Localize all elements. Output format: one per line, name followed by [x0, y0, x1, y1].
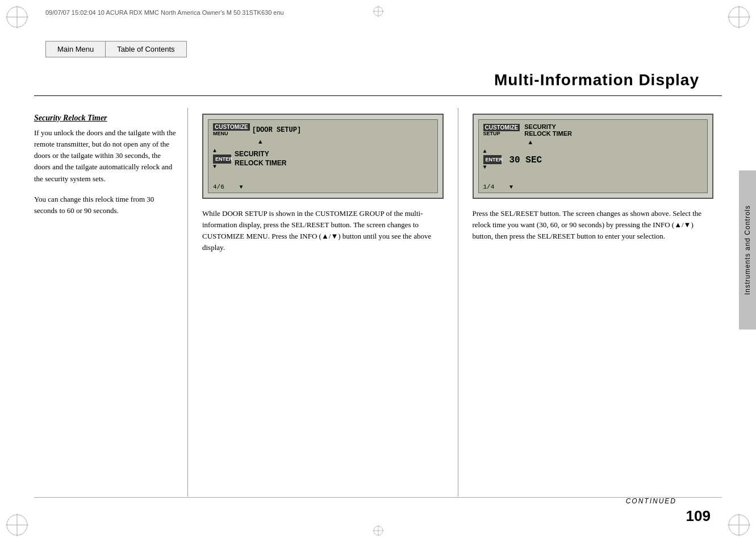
screen1-enter-btn: ENTER: [213, 155, 231, 164]
screen1-down-arrow: ▼: [213, 164, 231, 170]
page-number: 109: [626, 507, 711, 525]
screen2-down-arrow: ▼: [483, 164, 502, 171]
screen2-up-arrow: ▲: [483, 148, 502, 155]
screen1-top-bar: CUSTOMIZE MENU [DOOR SETUP]: [213, 123, 433, 136]
top-meta-line: 09/07/07 15:02:04 10 ACURA RDX MMC North…: [45, 9, 284, 16]
screen2-customize-label: CUSTOMIZE: [483, 124, 520, 131]
title-rule: [34, 95, 722, 96]
screen2-enter-btn: ENTER: [483, 155, 502, 164]
toc-button[interactable]: Table of Contents: [105, 41, 186, 57]
side-tab: Instruments and Controls: [739, 170, 756, 330]
section-para2: You can change this relock time from 30 …: [34, 194, 176, 216]
screen1-arrow-up-indicator: ▲: [258, 139, 433, 145]
bottom-rule: [34, 497, 722, 498]
footer-area: CONTINUED 109: [626, 497, 711, 525]
page-title: Multi-Information Display: [0, 71, 711, 89]
screen1-outer: CUSTOMIZE MENU [DOOR SETUP] ▲ ▲ ENTER ▼ …: [202, 114, 444, 199]
main-content: Security Relock Timer If you unlock the …: [34, 102, 722, 497]
left-column: Security Relock Timer If you unlock the …: [34, 102, 182, 497]
screen2-title-line2: RELOCK TIMER: [524, 130, 572, 137]
caption2: Press the SEL/RESET button. The screen c…: [473, 208, 714, 242]
section-para1: If you unlock the doors and the tailgate…: [34, 127, 176, 185]
screen1-up-arrow: ▲: [213, 148, 231, 155]
screen1-fraction: 4/6 ▼: [213, 184, 243, 190]
screen1-nav-row: ▲ ENTER ▼ SECURITY RELOCK TIMER: [213, 148, 433, 170]
screen2-outer: CUSTOMIZE SETUP SECURITY RELOCK TIMER ▲ …: [473, 114, 714, 199]
screen2-sec-value: 30 SEC: [509, 155, 542, 165]
screen1-bracket: [DOOR SETUP]: [252, 126, 301, 134]
middle-column: CUSTOMIZE MENU [DOOR SETUP] ▲ ▲ ENTER ▼ …: [194, 102, 452, 497]
screen2-top-bar: CUSTOMIZE SETUP SECURITY RELOCK TIMER: [483, 123, 703, 137]
screen1-customize-label: CUSTOMIZE: [213, 123, 250, 131]
screen2-nav-row: ▲ ENTER ▼ 30 SEC: [483, 148, 703, 171]
side-tab-label: Instruments and Controls: [744, 205, 751, 295]
vertical-divider-2: [458, 108, 458, 497]
vertical-divider: [187, 108, 188, 497]
screen2-title-line1: SECURITY: [524, 123, 572, 130]
screen1-text-block: SECURITY RELOCK TIMER: [235, 150, 286, 168]
continued-label: CONTINUED: [626, 497, 711, 505]
screen1-inner: CUSTOMIZE MENU [DOOR SETUP] ▲ ▲ ENTER ▼ …: [208, 119, 438, 193]
screen2-arrow-up: ▲: [529, 139, 703, 146]
caption1: While DOOR SETUP is shown in the CUSTOMI…: [202, 208, 444, 254]
screen2-inner: CUSTOMIZE SETUP SECURITY RELOCK TIMER ▲ …: [478, 119, 708, 193]
main-menu-button[interactable]: Main Menu: [45, 41, 105, 57]
section-title: Security Relock Timer: [34, 114, 176, 123]
screen2-setup-label: SETUP: [483, 131, 500, 137]
screen2-fraction: 1/4 ▼: [483, 184, 513, 190]
nav-buttons: Main Menu Table of Contents: [45, 41, 187, 57]
right-column: CUSTOMIZE SETUP SECURITY RELOCK TIMER ▲ …: [464, 102, 722, 497]
screen1-menu-label: MENU: [213, 131, 228, 136]
